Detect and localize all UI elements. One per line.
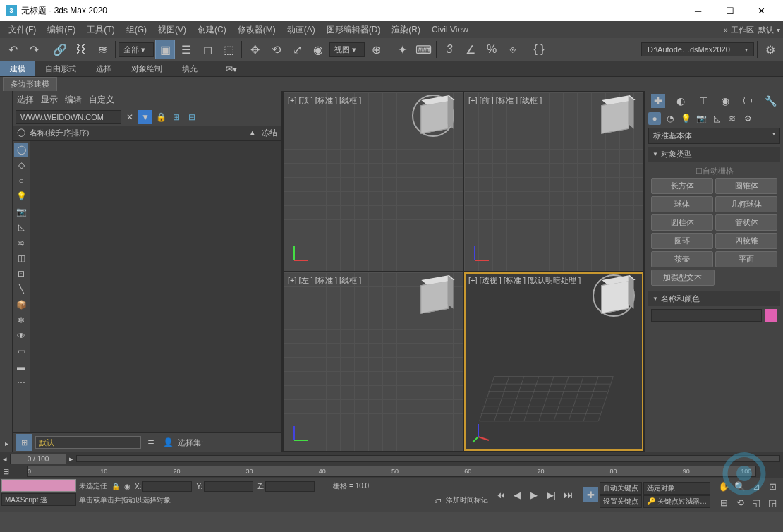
menu-file[interactable]: 文件(F) bbox=[3, 24, 42, 36]
minimize-button[interactable]: ─ bbox=[682, 0, 714, 21]
timeline-next-icon[interactable]: ▸ bbox=[69, 454, 73, 464]
spine-toggle-icon[interactable]: ▸ bbox=[1, 440, 12, 451]
view-mode-icon[interactable]: ⊞ bbox=[169, 110, 183, 124]
menu-animation[interactable]: 动画(A) bbox=[281, 24, 321, 36]
viewport-perspective[interactable]: [+] [透视 ] [标准 ] [默认明暗处理 ] bbox=[464, 272, 643, 451]
filter-spacewarps-icon[interactable]: ≋ bbox=[14, 236, 28, 250]
search-input[interactable] bbox=[16, 110, 121, 124]
undo-button[interactable]: ↶ bbox=[3, 40, 23, 59]
timeline-prev-icon[interactable]: ◂ bbox=[3, 454, 7, 464]
scene-list[interactable] bbox=[30, 141, 281, 432]
category-dropdown[interactable]: 标准基本体▾ bbox=[648, 128, 780, 144]
filter-frozen-icon[interactable]: ❄ bbox=[14, 313, 28, 327]
select-rect-button[interactable]: ◻ bbox=[198, 40, 217, 59]
close-button[interactable]: ✕ bbox=[746, 0, 777, 21]
key-filters-button[interactable]: 🔑 关键点过滤器… bbox=[643, 495, 710, 508]
workspace-dropdown-icon[interactable]: ▾ bbox=[777, 26, 780, 34]
tab-objectpaint[interactable]: 对象绘制 bbox=[121, 61, 172, 76]
selection-filter-dropdown[interactable]: 全部 ▾ bbox=[119, 42, 154, 57]
filter-collapse-icon[interactable]: ▬ bbox=[14, 360, 28, 374]
workspace-arrows-icon[interactable]: » bbox=[724, 26, 728, 34]
set-key-button[interactable]: ✚ bbox=[583, 487, 598, 502]
status-color-swatch[interactable] bbox=[1, 479, 76, 492]
rotate-button[interactable]: ⟲ bbox=[266, 40, 286, 59]
maxscript-listener[interactable]: MAXScript 迷 bbox=[1, 493, 76, 506]
column-name[interactable]: 名称(按升序排序) bbox=[30, 128, 250, 138]
column-freeze[interactable]: 冻结 bbox=[262, 128, 277, 138]
cone-button[interactable]: 圆锥体 bbox=[715, 178, 777, 194]
link-button[interactable]: 🔗 bbox=[50, 40, 70, 59]
cameras-icon[interactable]: 📷 bbox=[695, 112, 708, 125]
play-button[interactable]: ▶ bbox=[526, 487, 542, 502]
add-time-tag[interactable]: 添加时间标记 bbox=[446, 495, 488, 505]
time-track[interactable] bbox=[76, 455, 780, 462]
menu-edit[interactable]: 编辑(E) bbox=[42, 24, 81, 36]
filter-hidden-icon[interactable]: 👁 bbox=[14, 329, 28, 343]
timeline-config-icon[interactable]: ⊞ bbox=[3, 467, 9, 476]
cylinder-button[interactable]: 圆柱体 bbox=[651, 214, 713, 231]
hierarchy-tab-icon[interactable]: ⊤ bbox=[696, 94, 710, 108]
viewport-left-label[interactable]: [+] [左 ] [标准 ] [线框 ] bbox=[288, 275, 361, 286]
viewport-left[interactable]: [+] [左 ] [标准 ] [线框 ] bbox=[284, 272, 463, 451]
redo-button[interactable]: ↷ bbox=[24, 40, 44, 59]
angle-snap-button[interactable]: ∠ bbox=[461, 40, 480, 59]
pan-button[interactable]: ✋ bbox=[716, 479, 732, 495]
section-object-type[interactable]: 对象类型 bbox=[648, 147, 780, 162]
tube-button[interactable]: 管状体 bbox=[715, 214, 777, 231]
geosphere-button[interactable]: 几何球体 bbox=[715, 196, 777, 212]
isolate-icon[interactable]: ◉ bbox=[124, 483, 130, 490]
motion-tab-icon[interactable]: ◉ bbox=[718, 94, 732, 108]
geometry-icon[interactable]: ● bbox=[648, 112, 661, 125]
pivot-center-button[interactable]: ⊕ bbox=[366, 40, 386, 59]
filter-container-icon[interactable]: 📦 bbox=[14, 298, 28, 312]
systems-icon[interactable]: ⚙ bbox=[741, 112, 754, 125]
box-button[interactable]: 长方体 bbox=[651, 178, 713, 194]
object-name-input[interactable] bbox=[651, 309, 762, 322]
goto-end-button[interactable]: ⏭ bbox=[560, 487, 576, 502]
filter-xref-icon[interactable]: ⊡ bbox=[14, 267, 28, 281]
spinner-snap-button[interactable]: ⟐ bbox=[503, 40, 523, 59]
tab-modeling[interactable]: 建模 bbox=[0, 61, 35, 76]
menu-rendering[interactable]: 渲染(R) bbox=[386, 24, 426, 36]
menu-modifiers[interactable]: 修改器(M) bbox=[232, 24, 281, 36]
filter-icon[interactable]: ▼ bbox=[138, 110, 152, 124]
time-tag-icon[interactable]: 🏷 bbox=[435, 497, 442, 504]
viewport-front-label[interactable]: [+] [前 ] [标准 ] [线框 ] bbox=[468, 95, 542, 106]
viewport-nav-button[interactable]: ◲ bbox=[765, 495, 780, 511]
next-frame-button[interactable]: ▶| bbox=[543, 487, 559, 502]
lock-selection-icon[interactable]: 🔒 bbox=[111, 483, 120, 490]
ref-coord-dropdown[interactable]: 视图 ▾ bbox=[329, 42, 365, 57]
menu-grapheditors[interactable]: 图形编辑器(D) bbox=[321, 24, 387, 36]
textplus-button[interactable]: 加强型文本 bbox=[651, 270, 715, 286]
autogrid-checkbox[interactable]: ☐ 自动栅格 bbox=[651, 164, 777, 178]
se-menu-custom[interactable]: 自定义 bbox=[89, 94, 114, 106]
maximize-viewport-button[interactable]: ◱ bbox=[748, 495, 764, 511]
key-target-dropdown[interactable]: 选定对象 bbox=[643, 482, 710, 495]
fov-button[interactable]: ⊿ bbox=[748, 479, 764, 495]
goto-start-button[interactable]: ⏮ bbox=[492, 487, 508, 502]
layer-input[interactable] bbox=[35, 436, 141, 449]
se-menu-edit[interactable]: 编辑 bbox=[65, 94, 82, 106]
subtab-polymodel[interactable]: 多边形建模 bbox=[3, 77, 57, 92]
keyboard-shortcut-button[interactable]: ⌨ bbox=[413, 40, 433, 59]
view-mode2-icon[interactable]: ⊟ bbox=[185, 110, 199, 124]
filter-shapes-icon[interactable]: ○ bbox=[14, 174, 28, 188]
menu-view[interactable]: 视图(V) bbox=[152, 24, 192, 36]
tab-selection[interactable]: 选择 bbox=[86, 61, 121, 76]
orbit-button[interactable]: ⟲ bbox=[732, 495, 748, 511]
filter-cameras-icon[interactable]: 📷 bbox=[14, 205, 28, 219]
zoom-all-button[interactable]: ⊞ bbox=[716, 495, 732, 511]
section-name-color[interactable]: 名称和颜色 bbox=[648, 291, 780, 306]
manipulate-button[interactable]: ✦ bbox=[392, 40, 412, 59]
sphere-button[interactable]: 球体 bbox=[651, 196, 713, 212]
prev-frame-button[interactable]: ◀ bbox=[509, 487, 525, 502]
menu-tools[interactable]: 工具(T) bbox=[81, 24, 120, 36]
layers-icon[interactable]: ≣ bbox=[144, 435, 158, 449]
filter-groups-icon[interactable]: ◫ bbox=[14, 251, 28, 265]
helpers-icon[interactable]: ◺ bbox=[710, 112, 723, 125]
scale-button[interactable]: ⤢ bbox=[287, 40, 307, 59]
project-path-dropdown[interactable]: D:\Autode…dsMax2020▾ bbox=[641, 42, 754, 56]
filter-helpers-icon[interactable]: ◺ bbox=[14, 220, 28, 234]
workspace-label[interactable]: 工作区: 默认 bbox=[731, 25, 774, 35]
menu-group[interactable]: 组(G) bbox=[121, 24, 152, 36]
